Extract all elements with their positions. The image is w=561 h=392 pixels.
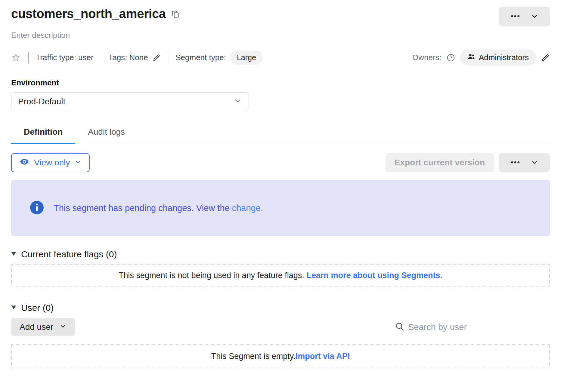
view-only-label: View only (34, 158, 70, 167)
ellipsis-icon (510, 11, 520, 22)
chevron-down-icon (531, 12, 538, 21)
segment-type-badge: Large (230, 51, 263, 65)
caret-down-icon[interactable] (11, 305, 16, 311)
copy-icon[interactable] (171, 10, 179, 18)
chevron-down-icon (234, 96, 242, 107)
user-section-header[interactable]: User (0) (11, 303, 550, 313)
tags: Tags: None (108, 53, 161, 62)
eye-icon (20, 157, 29, 169)
user-section-title: User (0) (21, 303, 54, 313)
user-controls: Add user (11, 318, 550, 336)
edit-tags-pencil-icon[interactable] (152, 54, 161, 62)
user-section: User (0) Add user This Segment is empty.… (11, 303, 550, 368)
add-user-button[interactable]: Add user (11, 318, 75, 336)
tags-label: Tags: None (108, 53, 148, 62)
owners-label: Owners: (412, 53, 442, 62)
people-icon (467, 53, 475, 63)
tab-audit-logs[interactable]: Audit logs (75, 122, 138, 144)
environment-select[interactable]: Prod-Default (11, 92, 249, 111)
import-via-api-link[interactable]: Import via API (296, 352, 350, 361)
segment-type-label: Segment type: (175, 53, 226, 62)
definition-overflow-menu-button[interactable] (499, 153, 550, 172)
chevron-down-icon (531, 158, 538, 167)
feature-flags-section-title: Current feature flags (0) (21, 249, 117, 259)
learn-more-segments-link[interactable]: Learn more about using Segments. (306, 271, 442, 280)
export-current-version-button[interactable]: Export current version (386, 153, 494, 172)
owners-value: Administrators (479, 53, 529, 62)
feature-flags-section-header[interactable]: Current feature flags (0) (11, 249, 550, 259)
meta-row: Traffic type: user Tags: None Segment ty… (11, 50, 550, 66)
divider (101, 52, 101, 63)
segment-detail-page: customers_north_america Enter descriptio… (0, 0, 561, 368)
edit-owners-pencil-icon[interactable] (541, 53, 550, 62)
feature-flags-empty-state: This segment is not being used in any fe… (11, 264, 550, 286)
search-icon (395, 322, 404, 332)
search-by-user-input[interactable] (408, 322, 550, 332)
view-only-button[interactable]: View only (11, 153, 90, 172)
ellipsis-icon (510, 157, 520, 168)
segment-overflow-menu-button[interactable] (499, 7, 550, 26)
traffic-type: Traffic type: user (36, 53, 94, 62)
environment-selected-value: Prod-Default (18, 97, 65, 106)
feature-flags-empty-text: This segment is not being used in any fe… (119, 271, 306, 280)
feature-flags-section: Current feature flags (0) This segment i… (11, 249, 550, 286)
page-title: customers_north_america (11, 7, 166, 21)
segment-type: Segment type: Large (175, 51, 263, 65)
definition-toolbar: View only Export current version (11, 153, 550, 172)
favorite-star-icon[interactable] (11, 53, 21, 63)
description-field[interactable]: Enter description (11, 31, 550, 40)
caret-down-icon[interactable] (11, 252, 16, 257)
view-change-link[interactable]: change. (232, 203, 263, 213)
divider (168, 52, 169, 63)
user-search (395, 322, 550, 332)
info-icon (30, 201, 44, 216)
chevron-down-icon (59, 322, 67, 332)
tab-bar: Definition Audit logs (11, 122, 550, 144)
tab-definition[interactable]: Definition (11, 122, 75, 144)
user-empty-text: This Segment is empty. (211, 352, 296, 361)
header: customers_north_america (11, 7, 550, 26)
pending-changes-banner: This segment has pending changes. View t… (11, 180, 550, 236)
help-circle-icon[interactable] (446, 53, 455, 62)
owners: Owners: Administrators (412, 50, 550, 66)
add-user-label: Add user (20, 322, 53, 332)
banner-message: This segment has pending changes. View t… (54, 203, 232, 213)
owners-badge: Administrators (460, 50, 536, 66)
user-empty-state: This Segment is empty.Import via API (11, 344, 550, 368)
chevron-down-icon (75, 158, 81, 167)
divider (28, 52, 29, 63)
environment-label: Environment (11, 78, 550, 87)
